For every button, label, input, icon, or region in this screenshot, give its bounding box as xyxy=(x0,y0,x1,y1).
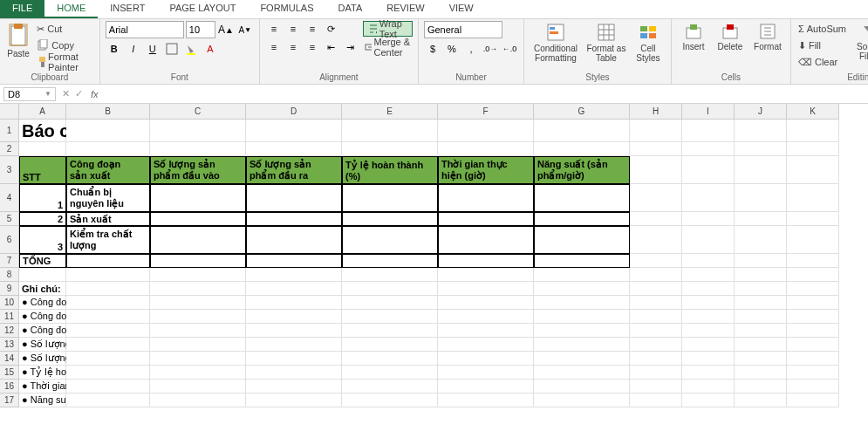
cell-G12[interactable] xyxy=(534,324,630,338)
fx-icon[interactable]: fx xyxy=(91,89,99,99)
row-header-1[interactable]: 1 xyxy=(0,120,19,142)
col-header-G[interactable]: G xyxy=(534,104,630,120)
cell-A15[interactable]: ● Tỷ lệ hoàn thành (%) được tính bằng số… xyxy=(19,366,66,380)
cell-D10[interactable] xyxy=(246,296,342,310)
row-header-5[interactable]: 5 xyxy=(0,212,19,226)
cell-I11[interactable] xyxy=(682,310,735,324)
cell-B13[interactable] xyxy=(66,338,150,352)
cell-D1[interactable] xyxy=(246,120,342,142)
col-header-F[interactable]: F xyxy=(438,104,534,120)
cell-H3[interactable] xyxy=(630,156,682,184)
cell-C17[interactable] xyxy=(150,394,246,407)
cell-K11[interactable] xyxy=(787,310,839,324)
cell-E6[interactable] xyxy=(342,226,438,254)
row-header-2[interactable]: 2 xyxy=(0,142,19,156)
cell-E11[interactable] xyxy=(342,310,438,324)
tab-view[interactable]: VIEW xyxy=(437,0,486,18)
cell-C16[interactable] xyxy=(150,380,246,394)
cell-K15[interactable] xyxy=(787,366,839,380)
cell-I2[interactable] xyxy=(682,142,735,156)
insert-cells-button[interactable]: Insert xyxy=(677,21,710,51)
fill-color-button[interactable] xyxy=(182,41,200,57)
cell-C14[interactable] xyxy=(150,352,246,366)
cell-F14[interactable] xyxy=(438,352,534,366)
formula-input[interactable] xyxy=(104,87,868,101)
row-header-13[interactable]: 13 xyxy=(0,338,19,352)
cell-F8[interactable] xyxy=(438,268,534,282)
cell-F12[interactable] xyxy=(438,324,534,338)
decrease-indent-button[interactable]: ⇤ xyxy=(323,39,340,55)
cell-J17[interactable] xyxy=(735,394,787,407)
cell-K3[interactable] xyxy=(787,156,839,184)
cell-K1[interactable] xyxy=(787,120,839,142)
cell-G6[interactable] xyxy=(534,226,630,254)
cell-J7[interactable] xyxy=(735,254,787,268)
cell-C6[interactable] xyxy=(150,226,246,254)
wrap-text-button[interactable]: Wrap Text xyxy=(363,21,413,37)
increase-indent-button[interactable]: ⇥ xyxy=(342,39,359,55)
cell-H13[interactable] xyxy=(630,338,682,352)
cell-F1[interactable] xyxy=(438,120,534,142)
cell-H5[interactable] xyxy=(630,212,682,226)
cell-J10[interactable] xyxy=(735,296,787,310)
autosum-button[interactable]: ΣAutoSum xyxy=(796,21,848,37)
decrease-decimal-button[interactable]: ←.0 xyxy=(501,41,518,57)
cell-A5[interactable]: 2 xyxy=(19,212,66,226)
cell-E10[interactable] xyxy=(342,296,438,310)
cell-K13[interactable] xyxy=(787,338,839,352)
border-button[interactable] xyxy=(163,41,181,57)
cell-J6[interactable] xyxy=(735,226,787,254)
clear-button[interactable]: ⌫Clear xyxy=(796,54,848,70)
sort-filter-button[interactable]: Sort & Filter xyxy=(851,21,868,61)
cell-F2[interactable] xyxy=(438,142,534,156)
cell-K2[interactable] xyxy=(787,142,839,156)
tab-review[interactable]: REVIEW xyxy=(374,0,436,18)
cell-D14[interactable] xyxy=(246,352,342,366)
cell-A6[interactable]: 3 xyxy=(19,226,66,254)
cell-I10[interactable] xyxy=(682,296,735,310)
cell-B14[interactable] xyxy=(66,352,150,366)
cell-J5[interactable] xyxy=(735,212,787,226)
cell-E1[interactable] xyxy=(342,120,438,142)
cell-I14[interactable] xyxy=(682,352,735,366)
cell-I12[interactable] xyxy=(682,324,735,338)
percent-button[interactable]: % xyxy=(443,41,461,57)
cell-G13[interactable] xyxy=(534,338,630,352)
cell-C12[interactable] xyxy=(150,324,246,338)
cell-E13[interactable] xyxy=(342,338,438,352)
cell-H8[interactable] xyxy=(630,268,682,282)
tab-formulas[interactable]: FORMULAS xyxy=(248,0,325,18)
cell-J4[interactable] xyxy=(735,184,787,212)
cell-D16[interactable] xyxy=(246,380,342,394)
cell-C2[interactable] xyxy=(150,142,246,156)
cell-E4[interactable] xyxy=(342,184,438,212)
cell-J11[interactable] xyxy=(735,310,787,324)
cell-D6[interactable] xyxy=(246,226,342,254)
cell-B10[interactable] xyxy=(66,296,150,310)
cell-J8[interactable] xyxy=(735,268,787,282)
paste-button[interactable]: Paste xyxy=(5,21,31,58)
tab-insert[interactable]: INSERT xyxy=(98,0,157,18)
cell-G8[interactable] xyxy=(534,268,630,282)
cell-I16[interactable] xyxy=(682,380,735,394)
cell-A17[interactable]: ● Năng suất được tính bằng số lượng sản … xyxy=(19,394,66,407)
align-left-button[interactable]: ≡ xyxy=(265,39,283,55)
cell-C5[interactable] xyxy=(150,212,246,226)
cell-H1[interactable] xyxy=(630,120,682,142)
cell-A14[interactable]: ● Số lượng sản phẩm đầu ra là số lượng s… xyxy=(19,352,66,366)
cell-J15[interactable] xyxy=(735,366,787,380)
cancel-formula-icon[interactable]: ✕ xyxy=(62,88,70,99)
cell-G9[interactable] xyxy=(534,282,630,296)
cell-B7[interactable] xyxy=(66,254,150,268)
row-header-8[interactable]: 8 xyxy=(0,268,19,282)
cell-D15[interactable] xyxy=(246,366,342,380)
cell-A11[interactable]: ● Công đoạn 2 là quá trình sản xuất sản … xyxy=(19,310,66,324)
cell-A9[interactable]: Ghi chú: xyxy=(19,282,66,296)
cell-F6[interactable] xyxy=(438,226,534,254)
col-header-I[interactable]: I xyxy=(682,104,735,120)
cell-J9[interactable] xyxy=(735,282,787,296)
number-format-select[interactable] xyxy=(424,21,502,38)
row-header-4[interactable]: 4 xyxy=(0,184,19,212)
col-header-D[interactable]: D xyxy=(246,104,342,120)
col-header-B[interactable]: B xyxy=(66,104,150,120)
